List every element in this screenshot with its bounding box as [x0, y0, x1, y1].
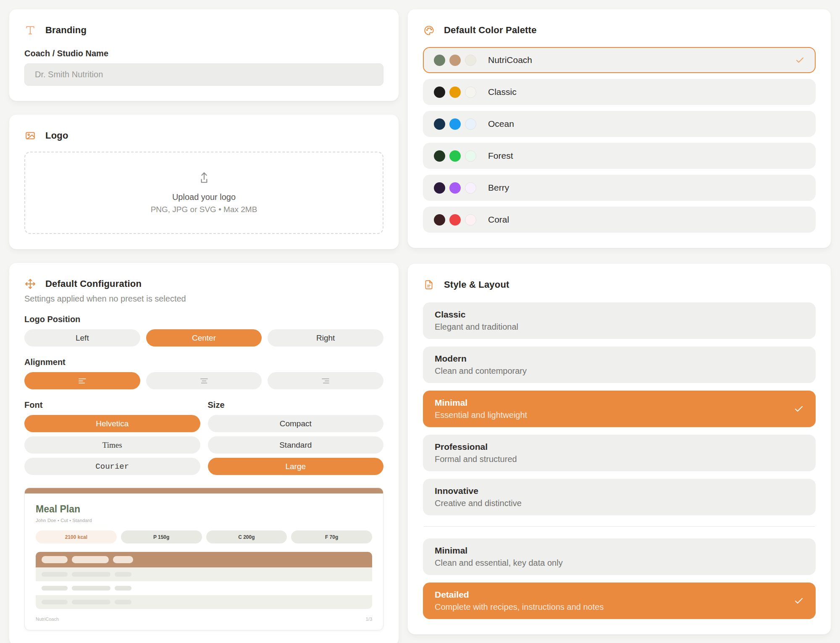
checkmark-icon	[795, 55, 805, 65]
font-group-option-courier[interactable]: Courier	[24, 458, 200, 475]
font-group-option-helvetica[interactable]: Helvetica	[24, 415, 200, 432]
palette-option-label: Ocean	[488, 119, 514, 129]
palette-card-title: Default Color Palette	[444, 25, 537, 36]
palette-icon	[423, 24, 435, 36]
palette-option-ocean[interactable]: Ocean	[423, 111, 816, 137]
font-group: HelveticaTimesCourier	[24, 415, 200, 475]
align-left-button[interactable]	[24, 372, 140, 389]
font-column: Font HelveticaTimesCourier	[24, 400, 200, 475]
palette-color-dot	[434, 87, 445, 98]
style-option-innovative[interactable]: Innovative Creative and distinctive	[423, 479, 816, 515]
logo-position-group-option-center[interactable]: Center	[146, 329, 262, 346]
palette-option-forest[interactable]: Forest	[423, 143, 816, 169]
style-option-description: Creative and distinctive	[435, 499, 804, 508]
preview-table-skeleton	[36, 552, 372, 609]
palette-color-dot	[449, 150, 461, 162]
config-card-subtitle: Settings applied when no preset is selec…	[24, 294, 383, 304]
palette-option-label: Classic	[488, 87, 517, 97]
palette-color-dot	[449, 55, 461, 66]
style-option-professional[interactable]: Professional Formal and structured	[423, 435, 816, 471]
size-group-option-large[interactable]: Large	[208, 458, 384, 475]
palette-color-dot	[465, 150, 476, 162]
style-layout-options: Classic Elegant and traditional Modern C…	[423, 302, 816, 515]
style-card-title: Style & Layout	[444, 279, 509, 290]
branding-card-header: Branding	[24, 24, 383, 36]
palette-color-dot	[434, 150, 445, 162]
palette-option-classic[interactable]: Classic	[423, 79, 816, 105]
palette-list: NutriCoach Classic Ocean Forest	[423, 47, 816, 233]
upload-hint: PNG, JPG or SVG • Max 2MB	[151, 205, 257, 214]
size-group-option-compact[interactable]: Compact	[208, 415, 384, 432]
palette-color-dot	[465, 214, 476, 226]
palette-color-dot	[465, 182, 476, 194]
style-option-description: Complete with recipes, instructions and …	[435, 602, 794, 612]
size-group-option-standard[interactable]: Standard	[208, 436, 384, 454]
logo-position-group-option-left[interactable]: Left	[24, 329, 140, 346]
style-option-title: Innovative	[435, 486, 804, 496]
logo-position-group: LeftCenterRight	[24, 329, 383, 346]
size-label: Size	[208, 400, 384, 410]
palette-option-nutricoach[interactable]: NutriCoach	[423, 47, 816, 73]
style-layout-card: Style & Layout Classic Elegant and tradi…	[407, 263, 831, 635]
table-skeleton-header	[36, 552, 372, 567]
logo-upload-dropzone[interactable]: Upload your logo PNG, JPG or SVG • Max 2…	[24, 152, 383, 234]
palette-option-label: NutriCoach	[488, 55, 532, 65]
branding-card: Branding Coach / Studio Name	[9, 9, 399, 101]
default-configuration-card: Default Configuration Settings applied w…	[9, 262, 399, 643]
style-option-detailed[interactable]: Detailed Complete with recipes, instruct…	[423, 583, 816, 619]
style-option-minimal[interactable]: Minimal Essential and lightweight	[423, 391, 816, 427]
checkmark-icon	[794, 596, 804, 606]
logo-card-title: Logo	[45, 130, 68, 141]
preview-subtitle: John Doe • Cut • Standard	[36, 518, 372, 523]
align-center-button[interactable]	[146, 372, 262, 389]
palette-color-dot	[465, 55, 476, 66]
palette-option-label: Coral	[488, 215, 509, 225]
palette-color-dot	[449, 182, 461, 194]
table-skeleton-row	[36, 581, 372, 595]
style-option-title: Classic	[435, 310, 804, 320]
checkmark-icon	[794, 404, 804, 414]
style-option-title: Modern	[435, 354, 804, 364]
table-skeleton-row	[36, 567, 372, 581]
preview-title: Meal Plan	[36, 504, 372, 515]
style-option-title: Professional	[435, 442, 804, 452]
palette-color-dot	[434, 182, 445, 194]
preview-page-indicator: 1/3	[366, 617, 372, 622]
alignment-group	[24, 372, 383, 389]
font-label: Font	[24, 400, 200, 410]
palette-color-dot	[449, 118, 461, 130]
align-right-button[interactable]	[268, 372, 383, 389]
config-card-header: Default Configuration	[24, 278, 383, 290]
style-option-classic[interactable]: Classic Elegant and traditional	[423, 302, 816, 339]
style-option-description: Essential and lightweight	[435, 410, 794, 420]
style-option-description: Formal and structured	[435, 454, 804, 464]
branding-card-title: Branding	[45, 25, 87, 36]
palette-card-header: Default Color Palette	[423, 24, 816, 36]
upload-icon	[197, 171, 211, 187]
macro-pill: F 70g	[291, 530, 372, 543]
palette-color-dot	[465, 118, 476, 130]
palette-color-dot	[449, 87, 461, 98]
alignment-label: Alignment	[24, 357, 383, 367]
style-option-minimal[interactable]: Minimal Clean and essential, key data on…	[423, 538, 816, 575]
image-icon	[24, 130, 36, 142]
meal-plan-preview: Meal Plan John Doe • Cut • Standard 2100…	[24, 488, 383, 630]
macro-pill: 2100 kcal	[36, 530, 117, 543]
style-option-title: Minimal	[435, 546, 804, 556]
palette-color-dot	[434, 55, 445, 66]
palette-option-coral[interactable]: Coral	[423, 207, 816, 233]
divider	[424, 526, 815, 527]
style-option-description: Elegant and traditional	[435, 322, 804, 332]
branding-settings-page: Branding Coach / Studio Name Logo Upload…	[0, 0, 840, 643]
palette-color-dot	[465, 87, 476, 98]
macro-pill-row: 2100 kcalP 150gC 200gF 70g	[36, 530, 372, 543]
document-icon	[423, 279, 435, 291]
palette-color-dot	[449, 214, 461, 226]
upload-title: Upload your logo	[172, 192, 236, 202]
palette-option-berry[interactable]: Berry	[423, 175, 816, 201]
logo-position-group-option-right[interactable]: Right	[268, 329, 383, 346]
studio-name-input[interactable]	[24, 63, 383, 86]
style-option-modern[interactable]: Modern Clean and contemporary	[423, 346, 816, 383]
palette-color-dot	[434, 118, 445, 130]
font-group-option-times[interactable]: Times	[24, 436, 200, 454]
